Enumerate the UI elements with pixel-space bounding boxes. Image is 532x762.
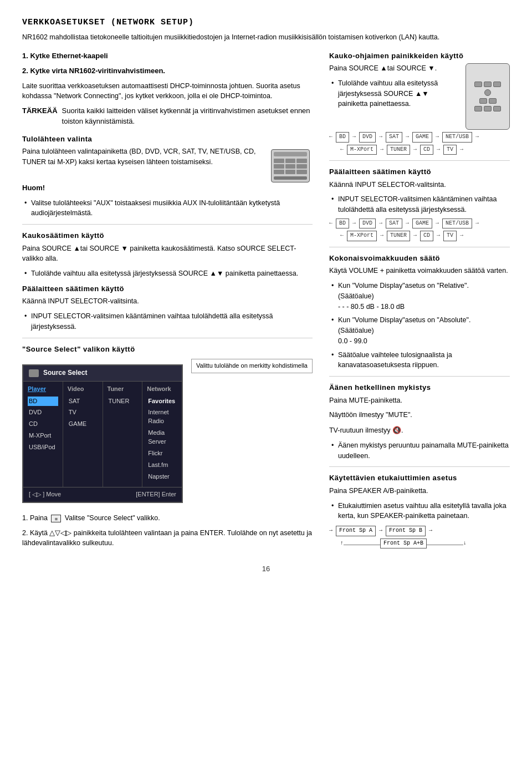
warning-box: TÄRKEÄÄ Suorita kaikki laitteiden välise…: [22, 106, 313, 127]
col-player-header: Player: [28, 385, 58, 394]
ss-item-flickr[interactable]: Flickr: [147, 449, 177, 459]
selector-bar-2: ← M-XPort → TUNER → CD → TV →: [340, 145, 510, 155]
aanen-text3: TV-ruutuun ilmestyy 🔇.: [329, 425, 510, 436]
ss-move-label: [ ◁▷ ] Move: [29, 490, 61, 499]
huom-title: Huom!: [22, 182, 313, 194]
remote-device-diagram: [466, 63, 510, 130]
step1: 1. Paina ≡ Valitse "Source Select" valik…: [22, 513, 313, 524]
step1-text: Valitse "Source Select" valikko.: [65, 514, 160, 522]
paalaitteen-title: Päälaitteen säätimen käyttö: [22, 283, 313, 294]
source-icon: [29, 369, 39, 377]
huom-bullet: Valitse tulolähteeksi "AUX" toistaaksesi…: [22, 198, 313, 219]
ss-columns: Player BD DVD CD M-XPort USB/iPod Video …: [23, 382, 182, 487]
ss-item-bd[interactable]: BD: [28, 397, 58, 407]
source-select-ui[interactable]: Source Select Player BD DVD CD M-XPort U…: [22, 364, 183, 503]
absolute-bullet: Kun "Volume Display"asetus on "Absolute"…: [329, 315, 510, 346]
aanen-bullet: Äänen mykistys peruuntuu painamalla MUTE…: [329, 440, 510, 461]
ss-item-lastfm[interactable]: Last.fm: [147, 460, 177, 470]
input-selector-bullet: INPUT SELECTOR-valitsimen kääntäminen va…: [22, 311, 313, 332]
ss-title: Source Select: [43, 368, 87, 378]
kauko-ohjaimen-title: Kauko-ohjaimen painikkeiden käyttö: [329, 50, 510, 62]
col-network-header: Network: [147, 385, 177, 394]
warning-text: Suorita kaikki laitteiden väliset kytken…: [62, 106, 313, 127]
input2-bullet: INPUT SELECTOR-valitsimen kääntäminen va…: [329, 194, 510, 215]
source-select-text: Paina tulolähteen valintapainiketta (BD,…: [22, 146, 263, 167]
mute-icon: 🔇: [392, 426, 401, 434]
menu-icon: ≡: [51, 515, 61, 522]
selector-bar-3: ← BD → DVD → SAT → GAME → NET/USB →: [329, 219, 510, 229]
kaytettavien-title: Käytettävien etukaiuttimien asetus: [329, 473, 510, 484]
ethernet-step: 1. Kytke Ethernet-kaapeli: [22, 50, 313, 62]
ss-enter-label: [ENTER] Enter: [136, 490, 176, 499]
page-subtitle: NR1602 mahdollistaa tietokoneelle taltio…: [22, 32, 510, 43]
kaytettavien-text: Paina SPEAKER A/B-painiketta.: [329, 486, 510, 496]
speaker-bullet: Etukaiuttimien asetus vaihtuu alla esite…: [329, 501, 510, 522]
ss-item-internet-radio[interactable]: Internet Radio: [147, 408, 177, 426]
ss-item-media-server[interactable]: Media Server: [147, 428, 177, 447]
paalaitteen2-title: Päälaitteen säätimen käyttö: [329, 166, 510, 177]
tulolahde-bullet: Tulolähde vaihtuu alla esitetyssä järjes…: [22, 268, 313, 279]
source-select-valikon-title: "Source Select" valikon käyttö: [22, 344, 313, 355]
aanen-title: Äänen hetkellinen mykistys: [329, 382, 510, 393]
page-number: 16: [22, 564, 510, 575]
kauko-bullet: Tulolähde vaihtuu alla esitetyssä järjes…: [329, 78, 459, 109]
step2: 2. Käytä △▽◁▷ painikkeita tulolähteen va…: [22, 528, 313, 549]
ss-item-usb[interactable]: USB/iPod: [28, 443, 58, 453]
kaukosaatimen-text: Paina SOURCE ▲tai SOURCE ▼ painiketta ka…: [22, 243, 313, 265]
right-column: Kauko-ohjaimen painikkeiden käyttö Paina…: [329, 50, 510, 553]
ss-item-tv[interactable]: TV: [68, 408, 98, 418]
ss-col-video: Video SAT TV GAME: [63, 382, 103, 487]
ss-item-tuner[interactable]: TUNER: [108, 397, 138, 407]
ss-item-mxport[interactable]: M-XPort: [28, 431, 58, 441]
ss-item-sat[interactable]: SAT: [68, 397, 98, 407]
left-column: 1. Kytke Ethernet-kaapeli 2. Kytke virta…: [22, 50, 313, 553]
ss-item-cd[interactable]: CD: [28, 419, 58, 429]
source-select-section: Tulolähteen valinta Paina tulolähteen va…: [22, 134, 313, 183]
dhcp-note: Laite suorittaa verkkoasetuksen automaat…: [22, 81, 313, 102]
kokonais-title: Kokonaisvoimakkuuden säätö: [329, 253, 510, 264]
selector-bar-4: ← M-XPort → TUNER → CD → TV →: [340, 231, 510, 241]
ss-col-player: Player BD DVD CD M-XPort USB/iPod: [23, 382, 63, 487]
relative-bullet: Kun "Volume Display"asetus on "Relative"…: [329, 281, 510, 312]
ss-item-napster[interactable]: Napster: [147, 472, 177, 482]
device-diagram: [271, 149, 313, 182]
speaker-diagram: → Front Sp A → Front Sp B → ↑___________…: [329, 526, 510, 548]
saato-bullet: Säätöalue vaihtelee tulosignaalista ja k…: [329, 350, 510, 371]
ss-header: Source Select: [23, 365, 182, 381]
aanen-text1: Paina MUTE-painiketta.: [329, 395, 510, 406]
ss-item-dvd[interactable]: DVD: [28, 408, 58, 418]
step1-label: 1. Paina: [22, 514, 48, 522]
ss-item-game[interactable]: GAME: [68, 419, 98, 429]
warning-label: TÄRKEÄÄ: [22, 106, 58, 127]
ss-item-favorites[interactable]: Favorites: [147, 397, 177, 407]
paalaitteen-text: Käännä INPUT SELECTOR-valitsinta.: [22, 296, 313, 307]
ss-tooltip: Valittu tulolähde on merkitty kohdistime…: [191, 359, 313, 373]
ss-footer: [ ◁▷ ] Move [ENTER] Enter: [23, 487, 182, 502]
ss-col-network: Network Favorites Internet Radio Media S…: [142, 382, 182, 487]
paalaitteen2-text: Käännä INPUT SELECTOR-valitsinta.: [329, 180, 510, 190]
selector-bar-1: ← BD → DVD → SAT → GAME → NET/USB →: [329, 132, 510, 143]
kaukosaatimen-title: Kaukosäätimen käyttö: [22, 230, 313, 241]
kokonais-text: Käytä VOLUME + painiketta voimakkuuden s…: [329, 266, 510, 276]
col-video-header: Video: [68, 385, 98, 394]
col-tuner-header: Tuner: [108, 385, 138, 394]
source-select-title: Tulolähteen valinta: [22, 134, 313, 145]
aanen-text2: Näyttöön ilmestyy "MUTE".: [329, 410, 510, 420]
virite-step: 2. Kytke virta NR1602-viritinvahvistimee…: [22, 65, 313, 77]
kauko-text: Paina SOURCE ▲tai SOURCE ▼.: [329, 63, 459, 74]
ss-col-tuner: Tuner TUNER: [103, 382, 143, 487]
page-title: VERKKOASETUKSET (NETWORK SETUP): [22, 17, 510, 29]
